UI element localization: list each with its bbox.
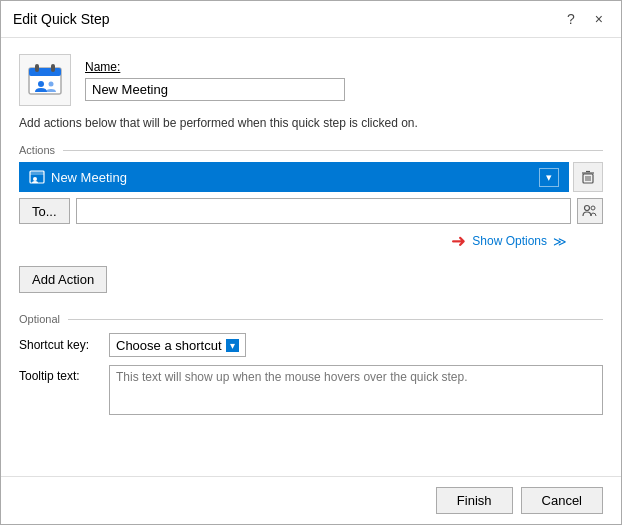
- cancel-button[interactable]: Cancel: [521, 487, 603, 514]
- show-options-row: ➜ Show Options ≫: [19, 230, 603, 252]
- tooltip-row: Tooltip text:: [19, 365, 603, 415]
- add-action-button[interactable]: Add Action: [19, 266, 107, 293]
- optional-label: Optional: [19, 313, 60, 325]
- svg-rect-3: [51, 64, 55, 72]
- optional-section-header: Optional: [19, 313, 603, 325]
- dialog-content: Name: Add actions below that will be per…: [1, 38, 621, 476]
- dialog-footer: Finish Cancel: [1, 476, 621, 524]
- shortcut-chevron-icon: ▾: [226, 339, 239, 352]
- name-row: Name:: [19, 54, 603, 106]
- delete-action-button[interactable]: [573, 162, 603, 192]
- dialog-title: Edit Quick Step: [13, 11, 110, 27]
- svg-point-4: [38, 81, 44, 87]
- optional-section: Optional Shortcut key: Choose a shortcut…: [19, 309, 603, 415]
- svg-point-16: [591, 206, 595, 210]
- action-label: New Meeting: [51, 170, 127, 185]
- shortcut-key-label: Shortcut key:: [19, 338, 99, 352]
- to-input[interactable]: [76, 198, 571, 224]
- show-options-link[interactable]: Show Options: [472, 234, 547, 248]
- actions-label: Actions: [19, 144, 55, 156]
- optional-divider: [68, 319, 603, 320]
- arrow-icon: ➜: [451, 230, 466, 252]
- name-input[interactable]: [85, 78, 345, 101]
- tooltip-input[interactable]: [109, 365, 603, 415]
- svg-rect-1: [29, 68, 61, 76]
- close-button[interactable]: ×: [589, 9, 609, 29]
- shortcut-dropdown[interactable]: Choose a shortcut ▾: [109, 333, 246, 357]
- title-bar: Edit Quick Step ? ×: [1, 1, 621, 38]
- expand-icon: ≫: [553, 234, 567, 249]
- icon-box: [19, 54, 71, 106]
- action-dropdown-content: New Meeting: [29, 169, 127, 185]
- name-field-group: Name:: [85, 60, 345, 101]
- svg-point-15: [585, 206, 590, 211]
- actions-divider: [63, 150, 603, 151]
- edit-quick-step-dialog: Edit Quick Step ? ×: [0, 0, 622, 525]
- actions-section-header: Actions: [19, 144, 603, 156]
- action-dropdown[interactable]: New Meeting ▾: [19, 162, 569, 192]
- shortcut-value: Choose a shortcut: [116, 338, 222, 353]
- svg-point-8: [33, 177, 37, 181]
- calendar-meeting-icon: [27, 62, 63, 98]
- shortcut-row: Shortcut key: Choose a shortcut ▾: [19, 333, 603, 357]
- people-picker-button[interactable]: [577, 198, 603, 224]
- to-button[interactable]: To...: [19, 198, 70, 224]
- description-text: Add actions below that will be performed…: [19, 116, 603, 130]
- people-icon: [582, 203, 598, 219]
- name-label: Name:: [85, 60, 345, 74]
- svg-rect-2: [35, 64, 39, 72]
- to-row: To...: [19, 198, 603, 224]
- title-bar-controls: ? ×: [561, 9, 609, 29]
- action-dropdown-row: New Meeting ▾: [19, 162, 603, 192]
- svg-rect-7: [30, 171, 44, 175]
- actions-area: Actions New Meeting ▾: [19, 140, 603, 252]
- trash-icon: [581, 170, 595, 184]
- action-chevron-icon[interactable]: ▾: [539, 168, 559, 187]
- svg-point-5: [49, 82, 54, 87]
- meeting-small-icon: [29, 169, 45, 185]
- tooltip-text-label: Tooltip text:: [19, 365, 99, 383]
- help-button[interactable]: ?: [561, 9, 581, 29]
- finish-button[interactable]: Finish: [436, 487, 513, 514]
